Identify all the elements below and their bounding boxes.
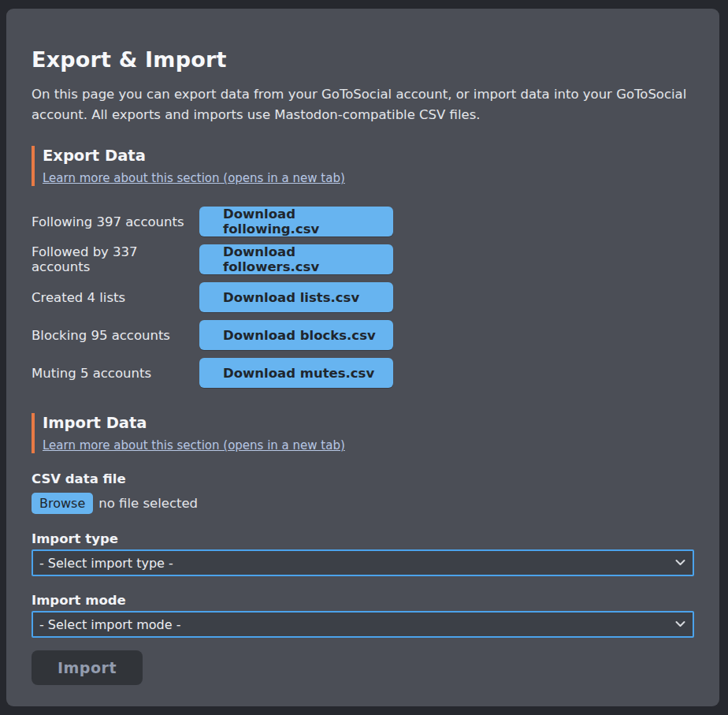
import-type-label: Import type	[32, 531, 694, 548]
page-title: Export & Import	[32, 47, 694, 73]
export-row-label: Created 4 lists	[32, 290, 199, 305]
import-submit-button[interactable]: Import	[32, 650, 143, 685]
browse-button[interactable]: Browse	[32, 493, 93, 514]
download-blocks-button[interactable]: Download blocks.csv	[199, 320, 393, 350]
export-section-heading: Export Data	[43, 146, 694, 166]
export-data-section: Export Data Learn more about this sectio…	[32, 146, 694, 388]
export-learn-more-link[interactable]: Learn more about this section (opens in …	[43, 170, 345, 186]
export-row-label: Following 397 accounts	[32, 214, 199, 229]
export-section-head: Export Data Learn more about this sectio…	[32, 146, 694, 186]
import-section-heading: Import Data	[43, 413, 694, 434]
csv-file-input: Browse no file selected	[32, 491, 694, 515]
page-intro: On this page you can export data from yo…	[32, 84, 694, 125]
download-followers-button[interactable]: Download followers.csv	[199, 244, 393, 274]
export-row-lists: Created 4 lists Download lists.csv	[32, 282, 694, 312]
file-status-text: no file selected	[98, 496, 198, 511]
import-type-select[interactable]: - Select import type -	[32, 549, 694, 576]
export-row-label: Muting 5 accounts	[32, 366, 199, 381]
export-row-blocks: Blocking 95 accounts Download blocks.csv	[32, 320, 694, 350]
import-data-section: Import Data Learn more about this sectio…	[32, 413, 694, 685]
import-mode-select-wrap: - Select import mode -	[32, 611, 694, 638]
content-panel: Export & Import On this page you can exp…	[6, 9, 719, 706]
export-rows: Following 397 accounts Download followin…	[32, 207, 694, 388]
import-mode-select[interactable]: - Select import mode -	[32, 611, 694, 638]
export-row-label: Followed by 337 accounts	[32, 244, 199, 274]
export-row-following: Following 397 accounts Download followin…	[32, 207, 694, 236]
csv-file-label: CSV data file	[32, 471, 694, 488]
export-row-label: Blocking 95 accounts	[32, 328, 199, 343]
import-mode-label: Import mode	[32, 592, 694, 609]
export-row-mutes: Muting 5 accounts Download mutes.csv	[32, 358, 694, 388]
download-following-button[interactable]: Download following.csv	[199, 207, 393, 236]
download-mutes-button[interactable]: Download mutes.csv	[199, 358, 393, 388]
export-import-page: Export & Import On this page you can exp…	[0, 0, 728, 715]
download-lists-button[interactable]: Download lists.csv	[199, 282, 393, 312]
import-type-select-wrap: - Select import type -	[32, 549, 694, 576]
export-row-followers: Followed by 337 accounts Download follow…	[32, 244, 694, 274]
import-section-head: Import Data Learn more about this sectio…	[32, 413, 694, 453]
import-learn-more-link[interactable]: Learn more about this section (opens in …	[43, 438, 345, 453]
